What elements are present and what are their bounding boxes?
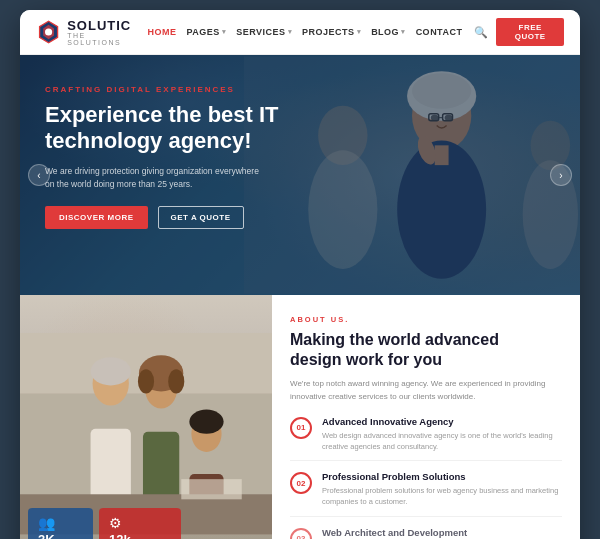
stat-projects: ⚙ 12k Project Completed (99, 508, 181, 539)
nav-projects[interactable]: PROJECTS ▾ (302, 27, 361, 37)
svg-point-2 (45, 28, 52, 35)
stat-number-staff: 3K (38, 533, 55, 539)
search-button[interactable]: 🔍 (474, 26, 488, 39)
stat-number-projects: 12k (109, 533, 131, 539)
nav-home[interactable]: HOME (147, 27, 176, 37)
service-item-1: 01 Advanced Innovative Agency Web design… (290, 416, 562, 462)
about-image-column: 👥 3K Design Staff ⚙ 12k Project Complete… (20, 295, 272, 539)
hero-description: We are driving protection giving organiz… (45, 165, 265, 191)
service-title-1: Advanced Innovative Agency (322, 416, 562, 427)
about-content-column: ABOUT US. Making the world advanced desi… (272, 295, 580, 539)
hero-prev-arrow[interactable]: ‹ (28, 164, 50, 186)
get-quote-button[interactable]: GET A QUOTE (158, 206, 244, 229)
stats-badges: 👥 3K Design Staff ⚙ 12k Project Complete… (28, 508, 264, 539)
logo: SOLUTIC THE SOLUTIONS (36, 18, 135, 46)
discover-more-button[interactable]: DISCOVER MORE (45, 206, 148, 229)
service-text-1: Advanced Innovative Agency Web design ad… (322, 416, 562, 453)
browser-frame: SOLUTIC THE SOLUTIONS HOME PAGES ▾ SERVI… (20, 10, 580, 539)
hero-title: Experience the best IT technology agency… (45, 102, 303, 155)
stat-icon-projects: ⚙ (109, 515, 122, 531)
hero-section: CRAFTING DIGITAL EXPERIENCES Experience … (20, 55, 580, 295)
nav-links: HOME PAGES ▾ SERVICES ▾ PROJECTS ▾ BLOG … (147, 27, 462, 37)
nav-contact[interactable]: CONTACT (416, 27, 463, 37)
service-text-2: Professional Problem Solutions Professio… (322, 471, 562, 508)
service-num-2: 02 (290, 472, 312, 494)
logo-icon (36, 18, 61, 46)
hero-next-arrow[interactable]: › (550, 164, 572, 186)
about-image-overlay (20, 295, 272, 539)
svg-point-29 (168, 369, 184, 393)
svg-point-32 (189, 410, 223, 434)
nav-actions: 🔍 FREE QUOTE (474, 18, 564, 46)
nav-blog[interactable]: BLOG ▾ (371, 27, 406, 37)
about-description: We're top notch award winning agency. We… (290, 378, 562, 404)
service-item-3: 03 Web Architect and Development (290, 527, 562, 539)
stat-design-staff: 👥 3K Design Staff (28, 508, 93, 539)
service-num-1: 01 (290, 417, 312, 439)
hero-content: CRAFTING DIGITAL EXPERIENCES Experience … (20, 55, 328, 259)
hero-label: CRAFTING DIGITAL EXPERIENCES (45, 85, 303, 94)
nav-pages[interactable]: PAGES ▾ (186, 27, 226, 37)
service-desc-1: Web design advanced innovative agency is… (322, 430, 562, 453)
service-desc-2: Professional problem solutions for web a… (322, 485, 562, 508)
service-num-3: 03 (290, 528, 312, 539)
nav-services[interactable]: SERVICES ▾ (236, 27, 292, 37)
logo-text: SOLUTIC THE SOLUTIONS (67, 19, 135, 46)
free-quote-button[interactable]: FREE QUOTE (496, 18, 564, 46)
service-item-2: 02 Professional Problem Solutions Profes… (290, 471, 562, 517)
svg-point-24 (91, 357, 131, 385)
navbar: SOLUTIC THE SOLUTIONS HOME PAGES ▾ SERVI… (20, 10, 580, 55)
stat-icon-staff: 👥 (38, 515, 55, 531)
about-title: Making the world advanced design work fo… (290, 330, 562, 370)
service-title-3: Web Architect and Development (322, 527, 467, 538)
about-label: ABOUT US. (290, 315, 562, 324)
lower-section: 👥 3K Design Staff ⚙ 12k Project Complete… (20, 295, 580, 539)
service-text-3: Web Architect and Development (322, 527, 467, 539)
hero-buttons: DISCOVER MORE GET A QUOTE (45, 206, 303, 229)
svg-rect-34 (181, 479, 241, 499)
about-image (20, 295, 272, 539)
svg-point-28 (138, 369, 154, 393)
service-title-2: Professional Problem Solutions (322, 471, 562, 482)
